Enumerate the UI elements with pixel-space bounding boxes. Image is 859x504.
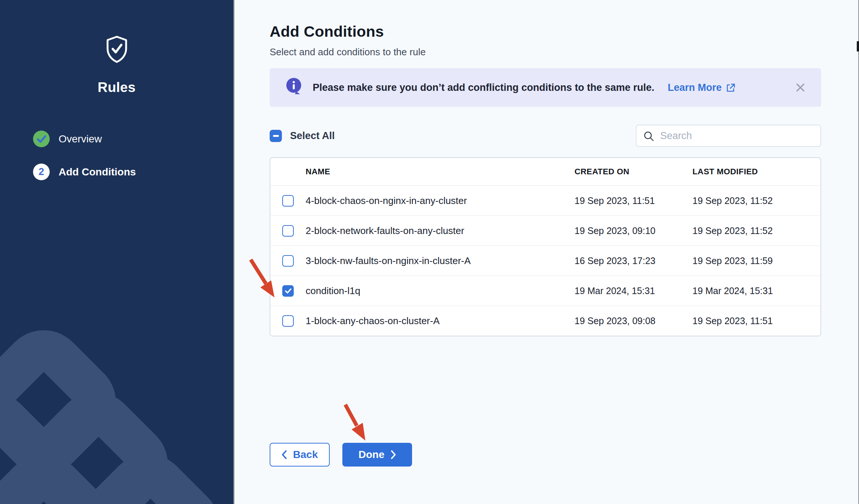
- created-on-value: 16 Sep 2023, 17:23: [575, 256, 692, 266]
- created-on-value: 19 Mar 2024, 15:31: [575, 286, 692, 296]
- info-banner: Please make sure you don’t add conflicti…: [270, 68, 821, 107]
- table-controls: Select All: [270, 125, 821, 147]
- main-panel: Add Conditions Select and add conditions…: [234, 0, 859, 504]
- page-title: Add Conditions: [270, 23, 821, 40]
- sidebar-title: Rules: [0, 80, 233, 95]
- app-window: Rules Overview 2 Add Conditions Add Cond…: [0, 0, 859, 504]
- column-name: NAME: [306, 167, 575, 177]
- row-checkbox[interactable]: [282, 285, 294, 297]
- last-modified-value: 19 Sep 2023, 11:52: [692, 225, 820, 236]
- external-link-icon: [725, 83, 735, 93]
- conditions-table: NAME CREATED ON LAST MODIFIED 4-block-ch…: [270, 157, 821, 336]
- table-row[interactable]: 4-block-chaos-on-nginx-in-any-cluster 19…: [270, 185, 820, 215]
- table-row[interactable]: condition-l1q 19 Mar 2024, 15:31 19 Mar …: [270, 276, 820, 306]
- row-checkbox[interactable]: [282, 315, 294, 327]
- condition-name: 1-block-any-chaos-on-cluster-A: [306, 315, 575, 327]
- table-row[interactable]: 2-block-network-faults-on-any-cluster 19…: [270, 215, 820, 246]
- step-overview[interactable]: Overview: [33, 131, 136, 147]
- indeterminate-checkbox-icon: [270, 130, 282, 142]
- checkmark-icon: [285, 288, 292, 294]
- last-modified-value: 19 Sep 2023, 11:52: [692, 195, 820, 206]
- condition-name: 2-block-network-faults-on-any-cluster: [306, 225, 575, 237]
- last-modified-value: 19 Sep 2023, 11:51: [692, 316, 820, 326]
- done-button[interactable]: Done: [342, 443, 412, 467]
- wizard-sidebar: Rules Overview 2 Add Conditions: [0, 0, 234, 504]
- shield-check-icon: [105, 35, 129, 65]
- banner-message: Please make sure you don’t add conflicti…: [313, 82, 654, 93]
- step-add-conditions[interactable]: 2 Add Conditions: [33, 164, 136, 180]
- last-modified-value: 19 Sep 2023, 11:59: [692, 256, 820, 266]
- row-checkbox[interactable]: [282, 225, 294, 237]
- select-all-checkbox[interactable]: Select All: [270, 130, 335, 142]
- search-input[interactable]: [636, 125, 821, 147]
- step-add-conditions-label: Add Conditions: [59, 166, 136, 178]
- condition-name: 4-block-chaos-on-nginx-in-any-cluster: [306, 195, 575, 207]
- row-checkbox[interactable]: [282, 195, 294, 207]
- created-on-value: 19 Sep 2023, 09:10: [575, 225, 692, 236]
- step-complete-icon: [33, 131, 50, 147]
- search-box: [636, 125, 821, 147]
- back-button[interactable]: Back: [270, 443, 330, 467]
- page-subtitle: Select and add conditions to the rule: [270, 46, 821, 58]
- chevron-right-icon: [391, 450, 396, 459]
- column-created-on: CREATED ON: [575, 167, 692, 177]
- info-icon: [286, 78, 302, 97]
- chevron-left-icon: [282, 450, 287, 459]
- scrollbar-thumb[interactable]: [857, 41, 859, 52]
- banner-close-button[interactable]: [793, 80, 808, 95]
- last-modified-value: 19 Mar 2024, 15:31: [692, 286, 820, 296]
- condition-name: 3-block-nw-faults-on-nginx-in-cluster-A: [306, 255, 575, 267]
- close-icon: [796, 83, 805, 92]
- select-all-label: Select All: [290, 130, 335, 142]
- sidebar-brand: Rules: [0, 35, 233, 95]
- wizard-steps: Overview 2 Add Conditions: [33, 131, 136, 180]
- table-header: NAME CREATED ON LAST MODIFIED: [270, 158, 820, 185]
- wizard-footer: Back Done: [270, 443, 821, 467]
- table-row[interactable]: 1-block-any-chaos-on-cluster-A 19 Sep 20…: [270, 306, 820, 336]
- learn-more-link[interactable]: Learn More: [668, 82, 735, 93]
- table-body: 4-block-chaos-on-nginx-in-any-cluster 19…: [270, 185, 820, 336]
- step-overview-label: Overview: [59, 133, 102, 145]
- row-checkbox[interactable]: [282, 255, 294, 267]
- table-row[interactable]: 3-block-nw-faults-on-nginx-in-cluster-A …: [270, 246, 820, 276]
- condition-name: condition-l1q: [306, 285, 575, 297]
- step-number-badge: 2: [33, 164, 50, 180]
- column-last-modified: LAST MODIFIED: [692, 167, 820, 177]
- created-on-value: 19 Sep 2023, 09:08: [575, 316, 692, 326]
- created-on-value: 19 Sep 2023, 11:51: [575, 195, 692, 206]
